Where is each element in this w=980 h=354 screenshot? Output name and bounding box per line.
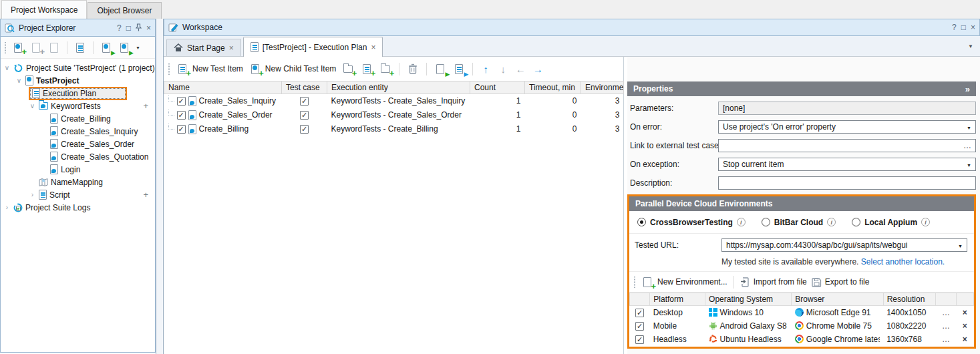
env-remove-button[interactable]: × (956, 333, 973, 346)
description-field[interactable] (718, 176, 976, 190)
column-header-execution-entity[interactable]: Execution entity (327, 81, 470, 94)
info-icon[interactable] (921, 218, 930, 226)
tree-item-namemapping[interactable]: NameMapping (1, 176, 155, 188)
chevron-down-icon[interactable]: ∨ (15, 77, 23, 84)
column-header-test-case[interactable]: Test case (282, 81, 327, 94)
panel-splitter[interactable] (156, 19, 164, 354)
new-child-test-item-button[interactable]: New Child Test Item (249, 62, 336, 75)
toolbar-grip[interactable] (168, 63, 170, 75)
row-checkbox[interactable] (177, 111, 186, 120)
select-location-link[interactable]: Select another location. (861, 257, 945, 267)
info-icon[interactable] (827, 218, 836, 226)
environment-row[interactable]: Mobile Android Galaxy S8 / 8.0 Chrome Mo… (630, 319, 974, 333)
column-header-os[interactable]: Operating System (705, 293, 792, 306)
row-checkbox[interactable] (177, 97, 186, 106)
move-down-button[interactable]: ↓ (497, 63, 509, 75)
move-right-button[interactable]: → (532, 63, 544, 75)
add-script-button[interactable]: + (143, 190, 155, 200)
table-row[interactable]: Create_Sales_Inquiry KeywordTests - Crea… (164, 94, 624, 108)
tree-item-project-suite-logs[interactable]: › Project Suite Logs (1, 201, 155, 214)
tree-item-keywordtests[interactable]: ∨ KeywordTests + (1, 100, 155, 112)
move-up-button[interactable]: ↑ (480, 63, 492, 75)
tree-item-create-sales-quotation[interactable]: Create_Sales_Quotation (1, 150, 155, 163)
on-error-select[interactable]: Use project's 'On error' property (718, 120, 976, 134)
column-header-timeout[interactable]: Timeout, min (525, 81, 581, 94)
help-icon[interactable]: ? (952, 23, 957, 31)
env-checkbox[interactable] (635, 335, 644, 344)
close-icon[interactable]: × (229, 43, 234, 53)
column-header-name[interactable]: Name (164, 81, 282, 94)
run-from-selected-button[interactable] (452, 62, 466, 75)
test-case-checkbox[interactable] (300, 111, 309, 120)
table-row[interactable]: Create_Sales_Order KeywordTests - Create… (164, 108, 624, 122)
add-item-button[interactable] (29, 41, 43, 54)
pin-icon[interactable] (136, 23, 142, 33)
maximize-icon[interactable]: □ (126, 24, 131, 32)
close-icon[interactable]: × (371, 43, 375, 52)
tab-execution-plan[interactable]: [TestProject] - Execution Plan × (243, 37, 383, 57)
radio-crossbrowsertesting[interactable]: CrossBrowserTesting (637, 218, 746, 227)
chevron-down-icon[interactable]: ∨ (29, 102, 36, 110)
chevron-down-icon[interactable]: ∨ (3, 64, 11, 71)
tree-item-execution-plan[interactable]: Execution Plan (1, 87, 155, 100)
env-more-button[interactable]: … (936, 333, 956, 346)
chevron-right-icon[interactable]: › (29, 191, 36, 198)
env-checkbox[interactable] (635, 322, 644, 331)
new-group-button[interactable] (341, 62, 355, 75)
help-icon[interactable]: ? (117, 24, 122, 32)
radio-local-appium[interactable]: Local Appium (852, 218, 930, 227)
env-checkbox[interactable] (635, 309, 644, 317)
tree-item-project-suite[interactable]: ∨ Project Suite 'TestProject' (1 project… (1, 61, 155, 74)
env-remove-button[interactable]: × (956, 306, 973, 319)
delete-button[interactable] (406, 62, 420, 75)
environment-row[interactable]: Desktop Windows 10 Microsoft Edge 91 140… (630, 306, 974, 319)
tab-project-workspace[interactable]: Project Workspace (1, 0, 87, 19)
collapse-panel-icon[interactable]: » (965, 84, 970, 94)
new-environment-button[interactable]: New Environment... (641, 275, 727, 289)
new-list-button[interactable] (360, 62, 373, 75)
run-selected-button[interactable] (434, 62, 447, 75)
info-icon[interactable] (737, 218, 746, 226)
close-icon[interactable]: × (146, 24, 151, 32)
run-options-dropdown-icon[interactable]: ▼ (136, 45, 140, 50)
open-file-button[interactable] (47, 41, 61, 54)
column-header-resolution[interactable]: Resolution (883, 293, 936, 306)
new-test-item-button[interactable]: New Test Item (176, 62, 243, 75)
test-case-checkbox[interactable] (300, 125, 309, 134)
add-keyword-test-button[interactable]: + (143, 101, 155, 111)
chevron-right-icon[interactable]: › (3, 204, 11, 211)
column-header-environments[interactable]: Environments (581, 81, 624, 94)
row-checkbox[interactable] (177, 125, 186, 134)
tree-item-create-sales-inquiry[interactable]: Create_Sales_Inquiry (1, 125, 155, 138)
on-exception-select[interactable]: Stop current item (718, 158, 976, 171)
env-remove-button[interactable]: × (956, 319, 973, 333)
column-header-count[interactable]: Count (470, 81, 525, 94)
run-project-button[interactable] (100, 41, 113, 54)
tab-object-browser[interactable]: Object Browser (88, 2, 161, 19)
radio-button[interactable] (762, 218, 770, 226)
radio-bitbar-cloud[interactable]: BitBar Cloud (762, 218, 836, 227)
organize-execution-plan-button[interactable] (73, 41, 87, 54)
env-more-button[interactable]: … (936, 306, 956, 319)
browse-button[interactable]: … (963, 141, 971, 150)
new-subfolder-button[interactable] (379, 62, 392, 75)
column-header-browser[interactable]: Browser (792, 293, 883, 306)
radio-button[interactable] (637, 218, 646, 226)
toolbar-grip[interactable] (633, 277, 636, 288)
import-from-file-button[interactable]: Import from file (740, 277, 807, 287)
export-to-file-button[interactable]: Export to file (812, 277, 870, 287)
tree-item-create-sales-order[interactable]: Create_Sales_Order (1, 138, 155, 150)
table-row[interactable]: Create_Billing KeywordTests - Create_Bil… (164, 122, 624, 136)
env-more-button[interactable]: … (936, 319, 956, 333)
move-left-button[interactable]: ← (514, 63, 526, 75)
environment-row[interactable]: Headless Ubuntu Headless Google Chrome l… (630, 333, 974, 346)
link-external-field[interactable]: … (718, 139, 976, 152)
tree-item-create-billing[interactable]: Create_Billing (1, 112, 155, 125)
test-case-checkbox[interactable] (300, 97, 309, 106)
tree-item-testproject[interactable]: ∨ TestProject (1, 74, 155, 87)
add-project-button[interactable] (11, 41, 25, 54)
tree-item-script[interactable]: › Script + (1, 188, 155, 201)
maximize-icon[interactable]: □ (961, 23, 966, 31)
close-icon[interactable]: × (971, 23, 975, 31)
radio-button[interactable] (852, 218, 860, 226)
